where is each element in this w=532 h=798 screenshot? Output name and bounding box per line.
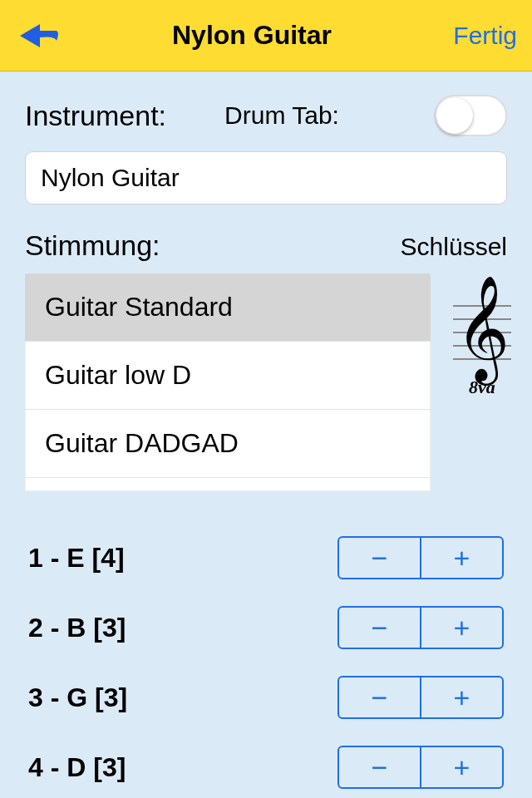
stepper-plus[interactable]: + [421,677,502,717]
tuning-item[interactable]: Guitar Standard [25,273,431,342]
string-row: 1 - E [4]−+ [25,523,507,593]
string-row: 4 - D [3]−+ [25,732,507,798]
string-label: 1 - E [4] [28,543,125,574]
drum-tab-toggle[interactable] [434,95,507,136]
string-stepper: −+ [337,536,504,579]
strings-list: 1 - E [4]−+2 - B [3]−+3 - G [3]−+4 - D [… [8,523,524,798]
instrument-label: Instrument: [25,100,166,132]
string-label: 3 - G [3] [28,682,127,713]
header-bar: Nylon Guitar Fertig [0,0,532,71]
instrument-value: Nylon Guitar [41,164,180,191]
tuning-list[interactable]: Guitar StandardGuitar low DGuitar DADGAD [25,273,431,491]
stepper-plus[interactable]: + [421,747,502,787]
string-label: 4 - D [3] [28,752,126,783]
instrument-select[interactable]: Nylon Guitar [25,151,507,204]
string-stepper: −+ [337,676,504,719]
string-label: 2 - B [3] [28,613,126,643]
page-title: Nylon Guitar [62,20,442,51]
back-arrow-icon [15,19,62,52]
stepper-minus[interactable]: − [339,608,421,648]
toggle-knob [436,97,473,134]
stepper-plus[interactable]: + [421,538,502,578]
stepper-minus[interactable]: − [339,538,421,578]
tuning-item[interactable]: Guitar DADGAD [25,410,431,478]
string-row: 3 - G [3]−+ [25,663,507,732]
clef-label: Schlüssel [401,233,507,261]
stepper-minus[interactable]: − [339,747,421,787]
string-row: 2 - B [3]−+ [25,593,507,663]
treble-clef-icon: 𝄞 [453,298,511,365]
done-button[interactable]: Fertig [442,22,517,50]
stepper-minus[interactable]: − [339,677,421,717]
tuning-label: Stimmung: [25,229,160,262]
tuning-item[interactable]: Guitar low D [25,342,431,410]
drum-tab-label: Drum Tab: [224,101,434,130]
stepper-plus[interactable]: + [421,608,502,648]
octave-marker: 8va [447,377,517,398]
string-stepper: −+ [337,606,504,649]
string-stepper: −+ [337,746,504,789]
back-button[interactable] [15,19,62,52]
clef-selector[interactable]: 𝄞 8va [447,273,517,398]
